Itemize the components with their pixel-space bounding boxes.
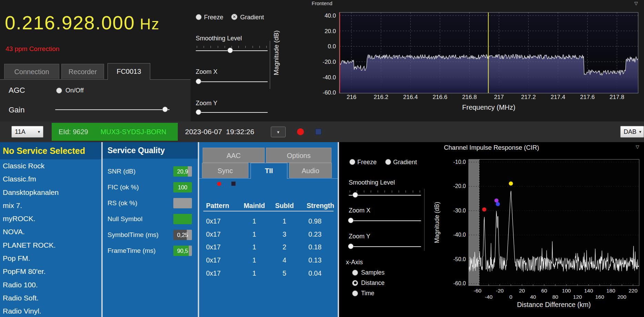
service-item-dansktopkanalen[interactable]: Dansktopkanalen [0,186,101,199]
svg-text:216.2: 216.2 [374,94,388,100]
xaxis-option-samples[interactable]: Samples [352,269,385,276]
tab-aac[interactable]: AAC [203,148,265,163]
cir-chart: -10.0-20.0-30.0-40.0-50.0-60.0-60-40-200… [431,142,644,317]
xaxis-option-distance[interactable]: Distance [352,279,385,287]
chevron-down-icon: ▾ [639,129,641,134]
service-item-planet-rock[interactable]: PLANET ROCK. [0,239,101,252]
svg-text:217.8: 217.8 [610,94,624,100]
tab-fc0013[interactable]: FC0013 [108,63,150,80]
cir-gradient-radio[interactable] [385,159,391,165]
stop-indicator-icon[interactable] [231,181,236,186]
spectrum-gradient-label: Gradient [240,14,264,21]
svg-text:200: 200 [617,294,626,300]
svg-text:217: 217 [494,94,504,100]
slider-thumb[interactable] [352,192,358,198]
cir-zoomy-slider[interactable] [349,242,421,251]
service-list-header: No Service Selected [0,142,101,159]
slider-groove [349,220,421,221]
svg-text:180: 180 [606,288,615,294]
slider-thumb[interactable] [196,109,201,115]
spectrum-gradient-checkbox[interactable]: ✕ [231,14,237,20]
svg-text:-50.0: -50.0 [453,256,466,262]
svg-text:220: 220 [628,288,637,294]
cir-smoothing-slider[interactable] [349,190,421,199]
svg-text:216.8: 216.8 [462,94,477,100]
controls-divider [270,41,270,89]
gain-slider[interactable] [55,106,170,114]
fc0013-pane [0,79,191,122]
record-indicator-icon[interactable] [217,182,221,186]
dropdown-button[interactable]: ▼ [271,127,286,137]
tii-table-row: 0x17120.18 [199,242,334,252]
radio-distance[interactable] [352,280,358,286]
service-item-pop-fm[interactable]: Pop FM. [0,252,101,265]
stop-button[interactable] [312,125,325,138]
agc-onoff-radio[interactable] [56,88,62,93]
svg-text:100: 100 [562,288,571,294]
frequency-display: 0.216.928.000Hz [5,12,160,34]
slider-thumb[interactable] [348,244,354,249]
tab-recorder[interactable]: Recorder [61,64,104,79]
service-item-classic-fm[interactable]: Classic.fm [0,172,101,186]
tab-sync[interactable]: Sync [202,163,248,178]
service-item-myrock[interactable]: myROCK. [0,212,101,225]
frontend-window-title: Frontend [311,0,332,6]
svg-text:0: 0 [509,294,512,300]
tab-connection[interactable]: Connection [4,64,59,79]
channel-value: 11A [15,128,25,136]
ensemble-info-box: EId: 9629 MUX3-SYDSJ-BORN [52,123,178,141]
service-quality-panel: Service Quality SNR (dB)20,9FIC (ok %)10… [103,142,198,317]
spectrum-freeze-radio[interactable] [196,14,202,20]
cir-dot-yellow [509,181,513,186]
radio-samples[interactable] [352,270,358,276]
radio-time[interactable] [352,290,358,296]
record-button[interactable] [294,125,307,138]
cir-zoomx-slider[interactable] [349,217,421,225]
mode-selector[interactable]: DAB ▾ [620,126,644,138]
tii-table-header: PatternMainIdSubIdStrength [199,201,334,210]
svg-text:Distance Difference (km): Distance Difference (km) [517,301,591,308]
cir-dot-blue [496,202,500,206]
collapse-frontend-icon[interactable]: ▽ [634,0,638,7]
quality-row-null-symbol: Null Symbol [103,214,198,224]
spectrum-chart: 40.020.00.0-20.0-40.0-60.0216216.2216.42… [272,7,644,121]
svg-text:20: 20 [519,288,525,294]
slider-thumb[interactable] [348,218,354,223]
service-item-classic-rock[interactable]: Classic Rock [0,159,101,172]
spectrum-smoothing-slider[interactable] [196,46,268,54]
svg-text:-40.0: -40.0 [323,74,336,81]
svg-text:80: 80 [552,294,559,300]
svg-text:217.4: 217.4 [551,94,565,100]
frequency-unit: Hz [140,16,160,32]
service-item-radio-soft[interactable]: Radio Soft. [0,291,101,305]
service-item-radio-vinyl[interactable]: Radio Vinyl. [0,305,101,317]
svg-text:Magnitude (dB): Magnitude (dB) [433,202,440,243]
tii-table-row: 0x17150.04 [199,268,334,278]
tab-tii[interactable]: TII [251,163,287,179]
tab-options[interactable]: Options [266,148,331,163]
spectrum-freeze-label: Freeze [204,14,223,21]
spectrum-zoomy-slider[interactable] [196,108,268,117]
xaxis-option-time[interactable]: Time [352,289,374,297]
slider-groove [349,195,421,196]
tab-audio[interactable]: Audio [289,163,332,178]
service-item-mix-7[interactable]: mix 7. [0,199,101,212]
cir-freeze-radio[interactable] [349,159,355,165]
svg-text:20.0: 20.0 [325,28,336,34]
gain-slider-thumb[interactable] [162,107,168,112]
service-item-popfm-80-er[interactable]: PopFM 80'er. [0,265,101,278]
quality-badge-frametime-ms: 90,5 [173,246,192,256]
slider-thumb[interactable] [196,79,201,84]
svg-text:60: 60 [541,288,548,294]
service-item-nova[interactable]: NOVA. [0,225,101,238]
service-list-panel: No Service Selected Classic RockClassic.… [0,142,101,317]
slider-thumb[interactable] [227,48,233,53]
spectrum-zoomx-slider[interactable] [196,78,268,86]
slider-ticks [197,46,267,48]
svg-text:-60: -60 [474,288,482,294]
channel-selector[interactable]: 11A ▾ [11,126,43,138]
service-item-radio-100[interactable]: Radio 100. [0,278,101,291]
main-toolbar: 11A ▾ EId: 9629 MUX3-SYDSJ-BORN 2023-06-… [0,121,644,142]
cir-gradient-label: Gradient [393,159,417,166]
quality-badge-snr-db: 20,9 [173,166,192,177]
